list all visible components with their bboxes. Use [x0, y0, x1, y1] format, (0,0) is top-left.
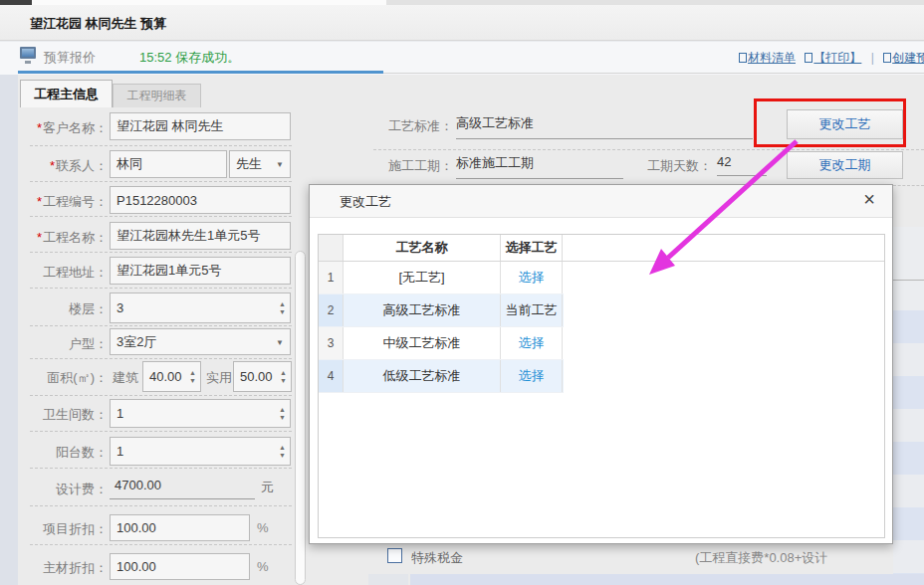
row-divider [30, 544, 292, 545]
design-fee-value: 4700.00 [110, 478, 255, 499]
craft-name: 低级工艺标准 [344, 360, 501, 392]
row-divider [30, 325, 292, 326]
row-number: 3 [319, 327, 344, 359]
special-tax-label: 特殊税金 [411, 549, 463, 567]
row-divider [30, 216, 292, 217]
salutation-select[interactable]: 先生▼ [229, 150, 291, 178]
background-table-sliver [893, 227, 924, 310]
row-divider [30, 468, 292, 469]
current-craft-text: 当前工艺 [506, 301, 558, 319]
address-input[interactable]: 望江花园1单元5号 [110, 257, 291, 285]
row-divider [893, 185, 924, 186]
table-row: 1 [无工艺] 选择 [319, 262, 564, 294]
contact-input[interactable]: 林同 [110, 150, 227, 178]
material-discount-unit: % [257, 559, 269, 574]
select-craft-header: 选择工艺 [501, 235, 563, 261]
select-link[interactable]: 选择 [519, 367, 545, 385]
usable-area-stepper[interactable]: 50.00 ▲▼ [233, 361, 292, 392]
create-budget-link[interactable]: 创建预 [883, 51, 924, 65]
tab-project-main-info[interactable]: 工程主信息 [20, 80, 113, 107]
stepper-arrows-icon[interactable]: ▲▼ [279, 300, 286, 316]
dialog-title: 更改工艺 [340, 193, 391, 211]
dialog-body: 工艺名称 选择工艺 1 [无工艺] 选择 2 高级工艺标准 当前工艺 3 中级工… [318, 234, 885, 538]
balconies-label: 阳台数： [18, 444, 108, 462]
build-area-stepper[interactable]: 40.00 ▲▼ [142, 361, 201, 392]
stepper-arrows-icon[interactable]: ▲▼ [279, 444, 286, 460]
period-days-value: 42 [717, 154, 767, 176]
floor-stepper[interactable]: 3 ▲▼ [110, 292, 291, 323]
material-discount-input[interactable]: 100.00 [110, 553, 250, 580]
select-link[interactable]: 选择 [519, 334, 545, 352]
row-divider [30, 288, 292, 289]
tab-project-detail[interactable]: 工程明细表 [113, 84, 201, 107]
row-divider [30, 395, 292, 396]
usable-area-label: 实用 [206, 369, 232, 387]
period-days-label: 工期天数： [637, 157, 712, 175]
save-status-message: 15:52 保存成功。 [139, 49, 240, 67]
form-scrollbar-thumb[interactable] [295, 251, 306, 585]
table-row: 4 低级工艺标准 选择 [319, 360, 564, 393]
customer-name-input[interactable]: 望江花园 林同先生 [110, 112, 291, 140]
craft-name: 高级工艺标准 [344, 294, 501, 326]
row-divider [30, 145, 292, 146]
project-no-input[interactable]: P1512280003 [110, 186, 291, 214]
craft-standard-label: 工艺标准： [368, 117, 453, 135]
special-tax-checkbox[interactable] [387, 548, 402, 563]
toolbar-divider [383, 73, 924, 74]
bathrooms-label: 卫生间数： [18, 406, 108, 424]
row-number-header [319, 235, 344, 261]
title-bar: 望江花园 林同先生 预算 [0, 5, 924, 41]
change-period-button[interactable]: 更改工期 [787, 151, 903, 179]
construction-period-label: 施工工期： [368, 157, 453, 175]
material-discount-label: 主材折扣： [18, 559, 108, 577]
background-table-stripes [893, 310, 924, 574]
contact-label: *联系人： [18, 157, 108, 175]
row-divider [30, 505, 292, 506]
craft-name-header: 工艺名称 [344, 235, 501, 261]
craft-standard-value: 高级工艺标准 [456, 114, 753, 139]
area-label: 面积(㎡)： [18, 369, 108, 387]
address-label: 工程地址： [18, 264, 108, 282]
project-discount-unit: % [257, 520, 269, 535]
project-discount-input[interactable]: 100.00 [110, 514, 250, 541]
balconies-stepper[interactable]: 1 ▲▼ [110, 437, 291, 466]
materials-list-link[interactable]: 材料清单 [739, 51, 796, 65]
page-title: 望江花园 林同先生 预算 [30, 15, 166, 33]
left-margin [0, 75, 18, 585]
monitor-icon [20, 47, 36, 59]
close-icon[interactable]: × [858, 188, 880, 214]
printer-icon [805, 53, 812, 63]
print-link[interactable]: 【打印】 [805, 51, 861, 65]
stepper-arrows-icon[interactable]: ▲▼ [189, 369, 196, 385]
row-divider [30, 358, 292, 359]
project-name-label: *工程名称： [18, 229, 108, 247]
project-no-label: *工程编号： [18, 193, 108, 211]
app-window: 望江花园 林同先生 预算 预算报价 15:52 保存成功。 材料清单 【打印】 … [0, 0, 924, 585]
red-annotation-box [754, 98, 906, 147]
row-divider [373, 149, 924, 150]
row-number: 2 [319, 294, 344, 326]
select-link[interactable]: 选择 [519, 269, 545, 287]
customer-name-label: *客户名称： [18, 119, 108, 137]
bottom-table-cell [368, 574, 408, 585]
row-number: 4 [319, 360, 344, 392]
table-row-current: 2 高级工艺标准 当前工艺 [319, 294, 564, 327]
row-number: 1 [319, 262, 344, 293]
change-craft-dialog: 更改工艺 × 工艺名称 选择工艺 1 [无工艺] 选择 2 高级工艺标准 当前工… [309, 184, 893, 544]
bathrooms-stepper[interactable]: 1 ▲▼ [110, 399, 291, 428]
project-name-input[interactable]: 望江花园林先生1单元5号 [110, 222, 291, 250]
plus-doc-icon [883, 53, 891, 63]
dialog-header[interactable]: 更改工艺 × [310, 185, 892, 218]
design-fee-unit: 元 [261, 479, 274, 496]
chevron-down-icon: ▼ [276, 337, 284, 346]
stepper-arrows-icon[interactable]: ▲▼ [279, 406, 286, 422]
project-discount-label: 项目折扣： [18, 520, 108, 538]
table-row: 3 中级工艺标准 选择 [319, 327, 564, 360]
toolbar-links: 材料清单 【打印】 | 创建预 [739, 50, 924, 70]
active-section-underline [18, 71, 383, 74]
doc-icon [739, 53, 747, 63]
row-divider [30, 252, 292, 253]
stepper-arrows-icon[interactable]: ▲▼ [280, 369, 287, 385]
layout-select[interactable]: 3室2厅▼ [110, 328, 291, 355]
background-table-line [893, 280, 924, 281]
